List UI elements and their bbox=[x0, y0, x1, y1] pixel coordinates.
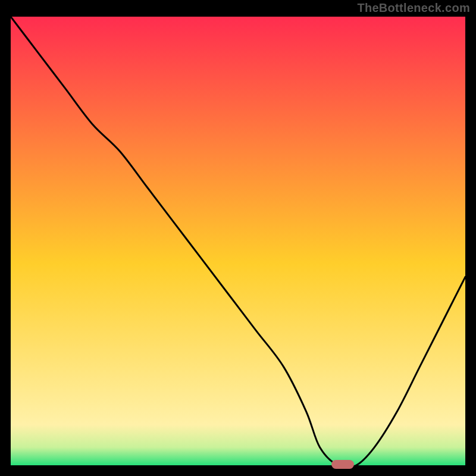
gradient-background bbox=[11, 17, 465, 465]
optimal-marker bbox=[331, 460, 354, 469]
plot-area bbox=[11, 17, 465, 465]
chart-frame: TheBottleneck.com bbox=[0, 0, 476, 476]
watermark-text: TheBottleneck.com bbox=[357, 1, 470, 15]
chart-svg bbox=[11, 17, 465, 465]
